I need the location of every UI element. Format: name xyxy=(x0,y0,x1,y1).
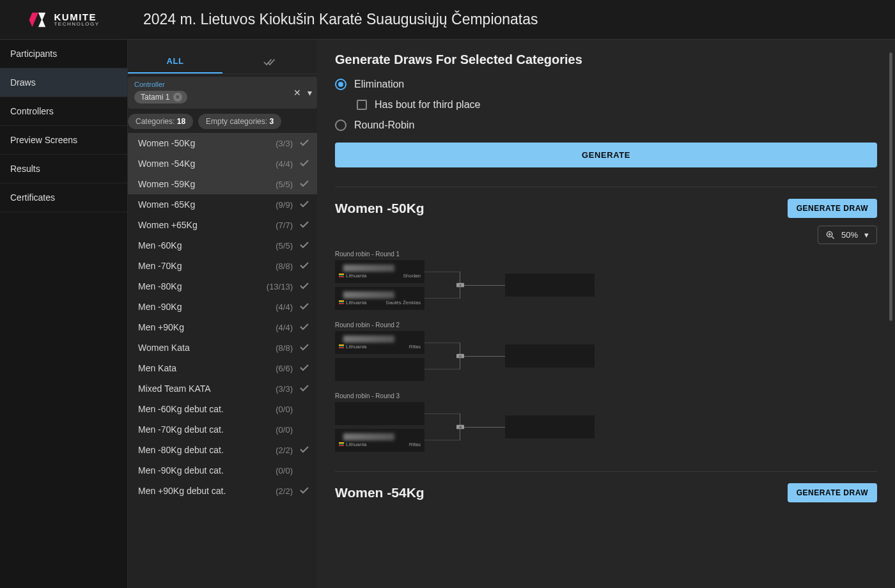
brand-subtitle: TECHNOLOGY xyxy=(54,22,99,27)
category-item[interactable]: Men -70Kg debut cat. (0/0) xyxy=(128,419,317,440)
category-item[interactable]: Men Kata (6/6) xyxy=(128,358,317,378)
competitor-name-blurred xyxy=(343,291,394,298)
bracket: LithuaniaRifas 2 xyxy=(335,331,877,381)
empty-categories-pill[interactable]: Empty categories: 3 xyxy=(198,114,281,129)
category-item[interactable]: Men -60Kg (5/5) xyxy=(128,235,317,256)
competitor-box[interactable]: LithuaniaSaulės Ženklas xyxy=(335,287,424,310)
category-item[interactable]: Women -54Kg (4/4) xyxy=(128,153,317,174)
result-box[interactable] xyxy=(505,274,595,297)
category-count: (9/9) xyxy=(276,200,293,210)
check-icon xyxy=(299,159,309,169)
logo[interactable]: KUMITE TECHNOLOGY xyxy=(0,10,128,30)
category-count: (5/5) xyxy=(276,241,293,251)
topbar: KUMITE TECHNOLOGY 2024 m. Lietuvos Kioku… xyxy=(0,0,895,40)
category-name: Women -50Kg xyxy=(138,138,276,148)
category-item[interactable]: Men -90Kg debut cat. (0/0) xyxy=(128,460,317,481)
generate-button[interactable]: GENERATE xyxy=(335,143,877,167)
sidebar-item-results[interactable]: Results xyxy=(0,155,127,183)
categories-pill[interactable]: Categories: 18 xyxy=(128,114,193,129)
category-item[interactable]: Mixed Team KATA (3/3) xyxy=(128,378,317,399)
category-item[interactable]: Men +90Kg (4/4) xyxy=(128,317,317,337)
bracket: LithuaniaRifas 3 xyxy=(335,402,877,452)
sidebar: ParticipantsDrawsControllersPreview Scre… xyxy=(0,40,128,588)
competitor-club: Rifas xyxy=(409,442,421,447)
tab-checked[interactable] xyxy=(222,50,317,74)
category-item[interactable]: Men -80Kg (13/13) xyxy=(128,276,317,297)
svg-marker-1 xyxy=(38,12,45,26)
category-count: (0/0) xyxy=(276,405,293,414)
competitor-box[interactable]: LithuaniaRifas xyxy=(335,331,424,354)
content-area: Generate Draws For Selected Categories E… xyxy=(317,40,895,588)
category-item[interactable]: Women -50Kg (3/3) xyxy=(128,133,317,153)
divider xyxy=(335,471,877,472)
category-item[interactable]: Men +90Kg debut cat. (2/2) xyxy=(128,481,317,501)
elimination-label: Elimination xyxy=(354,79,404,90)
round-block: Round robin - Round 2 LithuaniaRifas 2 xyxy=(335,321,877,381)
competitor-box[interactable]: LithuaniaRifas xyxy=(335,429,424,452)
competitor-name-blurred xyxy=(343,336,394,343)
remove-chip-icon[interactable]: ✕ xyxy=(173,93,182,102)
generate-draw-button[interactable]: GENERATE DRAW xyxy=(788,483,877,502)
clear-icon[interactable]: ✕ xyxy=(293,88,301,98)
check-icon xyxy=(299,281,309,291)
category-item[interactable]: Men -90Kg (4/4) xyxy=(128,297,317,317)
category-name: Mixed Team KATA xyxy=(138,383,276,394)
tab-all[interactable]: ALL xyxy=(128,50,222,74)
double-check-icon xyxy=(263,58,276,66)
category-list: Women -50Kg (3/3) Women -54Kg (4/4) Wome… xyxy=(128,133,317,588)
category-item[interactable]: Women Kata (8/8) xyxy=(128,337,317,358)
controller-selector[interactable]: Controller Tatami 1 ✕ ✕ ▾ xyxy=(128,77,317,109)
svg-marker-0 xyxy=(29,12,38,26)
flag-icon xyxy=(339,300,344,304)
block-title: Women -50Kg xyxy=(335,201,424,216)
round-robin-radio[interactable]: Round-Robin xyxy=(335,120,877,131)
category-item[interactable]: Men -60Kg debut cat. (0/0) xyxy=(128,399,317,419)
check-icon xyxy=(299,322,309,332)
category-item[interactable]: Women -65Kg (9/9) xyxy=(128,194,317,215)
check-icon xyxy=(299,261,309,271)
category-name: Men -70Kg debut cat. xyxy=(138,424,276,435)
sidebar-item-certificates[interactable]: Certificates xyxy=(0,183,127,212)
category-name: Men -70Kg xyxy=(138,261,276,271)
scrollbar[interactable] xyxy=(889,52,892,321)
result-box[interactable] xyxy=(505,415,595,438)
category-item[interactable]: Men -80Kg debut cat. (2/2) xyxy=(128,440,317,460)
competitor-box-empty[interactable] xyxy=(335,358,424,381)
controller-chip[interactable]: Tatami 1 ✕ xyxy=(134,91,187,104)
elimination-radio[interactable]: Elimination xyxy=(335,79,877,90)
category-item[interactable]: Women +65Kg (7/7) xyxy=(128,215,317,235)
zoom-icon xyxy=(826,231,835,240)
check-icon xyxy=(299,179,309,189)
category-name: Men -90Kg debut cat. xyxy=(138,465,276,476)
category-count: (8/8) xyxy=(276,261,293,271)
generate-draw-button[interactable]: GENERATE DRAW xyxy=(788,199,877,218)
zoom-control[interactable]: 50% ▾ xyxy=(818,226,877,244)
category-count: (4/4) xyxy=(276,323,293,332)
competitor-box[interactable]: LithuaniaShodan xyxy=(335,260,424,283)
category-count: (3/3) xyxy=(276,384,293,394)
round-block: Round robin - Round 1 LithuaniaShodan Li… xyxy=(335,251,877,310)
third-place-label: Has bout for third place xyxy=(375,99,480,111)
brand-icon xyxy=(28,10,49,30)
competitor-country: Lithuania xyxy=(339,300,366,306)
sidebar-item-preview-screens[interactable]: Preview Screens xyxy=(0,126,127,155)
round-block: Round robin - Round 3 LithuaniaRifas 3 xyxy=(335,392,877,452)
category-item[interactable]: Men -70Kg (8/8) xyxy=(128,256,317,276)
category-count: (6/6) xyxy=(276,364,293,373)
result-box[interactable] xyxy=(505,344,595,368)
category-item[interactable]: Women -59Kg (5/5) xyxy=(128,174,317,194)
generate-heading: Generate Draws For Selected Categories xyxy=(335,52,877,67)
category-name: Men -90Kg xyxy=(138,302,276,312)
check-icon xyxy=(299,220,309,230)
sidebar-item-controllers[interactable]: Controllers xyxy=(0,97,127,126)
competitor-country: Lithuania xyxy=(339,442,366,447)
flag-icon xyxy=(339,274,344,277)
sidebar-item-draws[interactable]: Draws xyxy=(0,68,127,97)
sidebar-item-participants[interactable]: Participants xyxy=(0,40,127,68)
dropdown-icon[interactable]: ▾ xyxy=(307,88,312,98)
category-count: (4/4) xyxy=(276,159,293,169)
competitor-box-empty[interactable] xyxy=(335,402,424,425)
category-count: (8/8) xyxy=(276,343,293,353)
flag-icon xyxy=(339,442,344,446)
third-place-checkbox[interactable]: Has bout for third place xyxy=(357,99,877,111)
